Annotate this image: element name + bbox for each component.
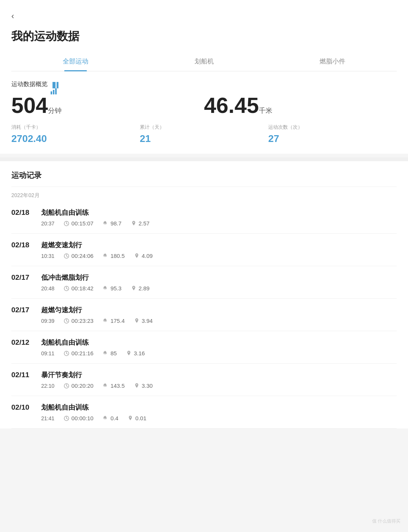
record-duration: 00:24:06 <box>63 253 93 259</box>
record-name: 划船机自由训练 <box>41 208 89 217</box>
fire-icon <box>102 318 108 324</box>
record-calories: 95.3 <box>102 285 121 291</box>
overview-header: 运动数据概览 <box>11 80 397 88</box>
fire-icon <box>102 221 108 227</box>
overview-label: 运动数据概览 <box>11 80 48 88</box>
section-divider <box>0 157 408 161</box>
total-km-value: 46.45 <box>204 93 259 117</box>
svg-line-14 <box>66 321 68 322</box>
stats-secondary: 消耗（千卡） 2702.40 累计（天） 21 运动次数（次） 27 <box>11 124 397 145</box>
record-item[interactable]: 02/18 划船机自由训练 20:37 00:15:07 98.7 <box>11 201 397 234</box>
records-title: 运动记录 <box>11 170 397 180</box>
tab-rowing[interactable]: 划船机 <box>140 52 268 71</box>
fire-icon <box>102 383 108 389</box>
svg-line-11 <box>66 288 68 289</box>
record-distance: 3.30 <box>134 382 153 389</box>
calories-label: 消耗（千卡） <box>11 124 140 131</box>
records-list: 02/18 划船机自由训练 20:37 00:15:07 98.7 <box>11 201 397 429</box>
record-date: 02/12 <box>11 338 36 347</box>
record-item[interactable]: 02/11 暴汗节奏划行 22:10 00:20:20 143.5 <box>11 364 397 396</box>
record-name: 超燃变速划行 <box>41 241 82 250</box>
stats-main: 504分钟 46.45千米 <box>11 94 397 116</box>
record-time: 10:31 <box>41 253 54 259</box>
records-section: 运动记录 2022年02月 02/18 划船机自由训练 20:37 00:15:… <box>0 161 408 429</box>
svg-rect-0 <box>51 91 52 94</box>
record-duration: 00:21:16 <box>63 350 93 356</box>
record-date: 02/10 <box>11 403 36 412</box>
record-name: 暴汗节奏划行 <box>41 370 82 379</box>
fire-icon <box>102 253 108 259</box>
svg-line-8 <box>66 256 68 257</box>
days-value: 21 <box>140 133 268 145</box>
record-date: 02/17 <box>11 306 36 314</box>
tab-all-sports[interactable]: 全部运动 <box>11 52 140 71</box>
svg-line-17 <box>66 353 68 354</box>
record-time: 20:37 <box>41 221 54 227</box>
record-calories: 85 <box>102 350 117 356</box>
count-value: 27 <box>268 133 397 145</box>
record-duration: 00:00:10 <box>63 415 93 421</box>
record-time: 09:11 <box>41 350 54 356</box>
page-title: 我的运动数据 <box>11 25 397 52</box>
record-date: 02/18 <box>11 208 36 217</box>
chart-icon <box>51 82 58 88</box>
record-item[interactable]: 02/17 超燃匀速划行 09:39 00:23:23 175.4 <box>11 299 397 331</box>
record-duration: 00:18:42 <box>63 285 93 291</box>
location-icon <box>131 221 137 227</box>
record-distance: 3.16 <box>126 350 145 356</box>
record-calories: 0.4 <box>102 415 118 421</box>
total-minutes-value: 504 <box>11 93 48 117</box>
record-name: 低冲击燃脂划行 <box>41 273 89 282</box>
clock-icon <box>63 383 70 389</box>
record-calories: 98.7 <box>102 220 121 227</box>
record-calories: 143.5 <box>102 382 125 389</box>
record-duration: 00:20:20 <box>63 382 93 389</box>
svg-line-23 <box>66 418 68 419</box>
record-distance: 0.01 <box>127 415 146 421</box>
clock-icon <box>63 350 70 356</box>
fire-icon <box>102 350 108 356</box>
back-button[interactable]: ‹ <box>11 8 14 25</box>
record-item[interactable]: 02/12 划船机自由训练 09:11 00:21:16 85 <box>11 331 397 364</box>
record-time: 20:48 <box>41 285 54 291</box>
record-date: 02/18 <box>11 241 36 249</box>
record-name: 划船机自由训练 <box>41 338 89 347</box>
svg-rect-1 <box>53 90 54 94</box>
record-time: 22:10 <box>41 383 54 389</box>
record-item[interactable]: 02/17 低冲击燃脂划行 20:48 00:18:42 95.3 <box>11 266 397 299</box>
record-distance: 4.09 <box>134 253 153 259</box>
record-item[interactable]: 02/18 超燃变速划行 10:31 00:24:06 180.5 <box>11 234 397 266</box>
header: ‹ 我的运动数据 全部运动 划船机 燃脂小件 <box>0 0 408 71</box>
svg-line-5 <box>66 224 68 224</box>
location-icon <box>131 285 137 291</box>
record-distance: 3.94 <box>134 318 153 324</box>
record-duration: 00:15:07 <box>63 220 93 227</box>
fire-icon <box>102 285 108 291</box>
tab-bar: 全部运动 划船机 燃脂小件 <box>11 52 397 71</box>
svg-rect-2 <box>55 88 57 94</box>
record-date: 02/17 <box>11 273 36 282</box>
tab-fat-burn[interactable]: 燃脂小件 <box>268 52 397 71</box>
svg-line-20 <box>66 386 68 387</box>
total-km-unit: 千米 <box>259 107 272 114</box>
record-name: 超燃匀速划行 <box>41 305 82 315</box>
record-distance: 2.57 <box>131 220 150 227</box>
record-distance: 2.89 <box>131 285 150 291</box>
count-label: 运动次数（次） <box>268 124 397 131</box>
count-stat: 运动次数（次） 27 <box>268 124 397 145</box>
clock-icon <box>63 253 70 259</box>
days-label: 累计（天） <box>140 124 268 131</box>
location-icon <box>127 415 133 421</box>
location-icon <box>126 350 132 356</box>
location-icon <box>134 253 140 259</box>
total-km: 46.45千米 <box>204 94 397 116</box>
record-item[interactable]: 02/10 划船机自由训练 21:41 00:00:10 0.4 <box>11 396 397 429</box>
location-icon <box>134 318 140 324</box>
clock-icon <box>63 221 70 227</box>
month-header: 2022年02月 <box>11 187 397 201</box>
record-duration: 00:23:23 <box>63 318 93 324</box>
fire-icon <box>102 415 108 421</box>
record-time: 21:41 <box>41 415 54 421</box>
location-icon <box>134 383 140 389</box>
record-date: 02/11 <box>11 371 36 379</box>
